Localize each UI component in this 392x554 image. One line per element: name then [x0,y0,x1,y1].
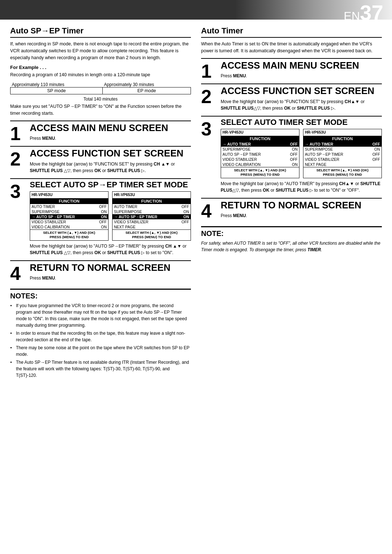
row-label: VIDEO STABILIZER [30,219,94,224]
right-step-number-1: 1 [201,62,217,82]
row-value [366,162,381,167]
note-section: NOTE: For safety, when AUTO TIMER is set… [201,226,382,253]
for-example-label: For Example . . . [10,65,191,70]
right-step-1-body: Press MENU. [221,73,382,79]
left-step-3: 3 SELECT AUTO SP→EP TIMER SET MODE HR-VP… [10,178,191,258]
func-table-left-2: HR-VP653U FUNCTION AUTO TIMER OFF SUPERI… [112,191,191,241]
table-row: SUPERIMPOSE ON [303,147,381,152]
row-value: OFF [283,157,299,162]
table-row: VIDEO STABILIZER OFF [113,219,191,224]
table-row: SUPERIMPOSE ON [113,209,191,214]
row-value: ON [366,147,381,152]
right-func-title-2: FUNCTION [303,136,381,142]
row-value: ON [176,214,191,219]
step-3-content: SELECT AUTO SP→EP TIMER SET MODE HR-VP45… [30,180,191,258]
list-item: There may be some noise at the point on … [10,345,191,358]
right-step-2: 2 ACCESS FUNCTION SET SCREEN Move the hi… [201,83,382,114]
row-value: ON [94,209,108,214]
right-func-table-data-1: → AUTO TIMER OFF SUPERIMPOSE ON AUTO SP→… [221,142,299,167]
en-label: EN [344,9,360,23]
row-label: AUTO SP→EP TIMER [303,152,366,157]
right-model1-label: HR-VP453U [221,129,299,135]
total-row: Total 140 minutes [10,97,191,102]
right-step-2-content: ACCESS FUNCTION SET SCREEN Move the high… [221,86,382,114]
step-1-heading: ACCESS MAIN MENU SCREEN [30,123,191,133]
table-row: SUPERIMPOSE ON [221,147,299,152]
table-row: VIDEO STABILIZER OFF [221,157,299,162]
row-value: OFF [176,219,191,224]
for-example-body: Recording a program of 140 minutes in le… [10,72,191,78]
row-value [176,224,191,229]
func-title-left-2: FUNCTION [113,198,191,204]
step-1-content: ACCESS MAIN MENU SCREEN Press MENU. [30,123,191,144]
right-intro: When the Auto Timer is set to ON the tim… [201,41,382,54]
table-row-highlighted: → AUTO SP→EP TIMER ON [113,214,191,219]
step-4-content: RETURN TO NORMAL SCREEN Press MENU. [30,262,191,284]
row-label: → AUTO TIMER [221,142,283,147]
left-section-title: Auto SP→EP Timer [10,26,191,38]
row-label: SUPERIMPOSE [113,209,176,214]
row-value: ON [176,209,191,214]
row-value: OFF [94,219,108,224]
row-label: NEXT PAGE [113,224,176,229]
right-step-3-content: SELECT AUTO TIMER SET MODE HR-VP453U FUN… [221,118,382,196]
step-2-content: ACCESS FUNCTION SET SCREEN Move the high… [30,148,191,176]
right-func-title-1: FUNCTION [221,136,299,142]
col1-header: Approximately 110 minutes [11,82,103,87]
right-step-4-body: Press MENU. [221,212,382,219]
row-label: SUPERIMPOSE [221,147,283,152]
table-row: VIDEO CALIBRATION ON [30,224,108,229]
right-step-3: 3 SELECT AUTO TIMER SET MODE HR-VP453U F… [201,116,382,196]
func-table-data-1: AUTO TIMER OFF SUPERIMPOSE ON → AUTO SP→… [30,204,108,229]
func-table-right-1: HR-VP453U FUNCTION → AUTO TIMER OFF SUPE… [221,129,299,178]
right-func-table-data-2: → AUTO TIMER OFF SUPERIMPOSE ON AUTO SP→… [303,142,381,167]
row-label: → AUTO TIMER [303,142,366,147]
table-row-highlighted: → AUTO TIMER OFF [221,142,299,147]
func-table-left-1: HR-VP453U FUNCTION AUTO TIMER OFF SUPERI… [30,191,109,241]
table-row: AUTO SP→EP TIMER OFF [303,152,381,157]
row-value: OFF [283,142,299,147]
left-intro: If, when recording in SP mode, there is … [10,41,191,61]
func-tables-left: HR-VP453U FUNCTION AUTO TIMER OFF SUPERI… [30,191,191,241]
main-content: Auto SP→EP Timer If, when recording in S… [0,20,392,387]
right-func-footer-1: SELECT WITH (▲, ▼) AND (OK)PRESS (MENU) … [221,167,299,178]
row-value: OFF [366,152,381,157]
func-table-data-2: AUTO TIMER OFF SUPERIMPOSE ON → AUTO SP→… [113,204,191,229]
table-row: VIDEO CALIBRATION ON [221,162,299,167]
row-label: VIDEO STABILIZER [303,157,366,162]
note-title: NOTE: [201,229,382,238]
list-item: If you have programmed the VCR to timer-… [10,302,191,329]
row-label: SUPERIMPOSE [30,209,94,214]
func-footer-2: SELECT WITH (▲, ▼) AND (OK)PRESS (MENU) … [113,229,191,240]
row-value: OFF [283,152,299,157]
row-value: ON [94,224,108,229]
right-section-title: Auto Timer [201,26,382,38]
header-bar: EN37 [0,0,392,20]
step-3-heading: SELECT AUTO SP→EP TIMER SET MODE [30,180,191,189]
table-row: NEXT PAGE [113,224,191,229]
row-value: OFF [94,204,108,209]
right-step-3-body: Move the highlight bar (arrow) to "AUTO … [221,180,382,194]
func-table-right-2: HR-VP653U FUNCTION → AUTO TIMER OFF SUPE… [303,129,382,178]
table-row: AUTO SP→EP TIMER OFF [221,152,299,157]
left-step-2: 2 ACCESS FUNCTION SET SCREEN Move the hi… [10,146,191,176]
func-title-left-1: FUNCTION [30,198,108,204]
table-row: SUPERIMPOSE ON [30,209,108,214]
col1-value: SP mode [11,87,103,94]
model1-label: HR-VP453U [30,192,108,197]
right-model2-label: HR-VP653U [303,129,381,135]
col2-value: EP mode [103,87,191,94]
step-number-3: 3 [10,182,26,258]
row-value: OFF [366,157,381,162]
right-step-4-heading: RETURN TO NORMAL SCREEN [221,200,382,211]
page-number: EN37 [344,2,383,23]
row-value: ON [94,214,108,219]
right-step-2-heading: ACCESS FUNCTION SET SCREEN [221,86,382,96]
right-step-1: 1 ACCESS MAIN MENU SCREEN Press MENU. [201,58,382,82]
row-label: → AUTO SP→EP TIMER [113,214,176,219]
right-step-number-4: 4 [201,201,217,221]
step-1-body: Press MENU. [30,135,191,142]
step-number-4: 4 [10,264,26,284]
table-row: VIDEO STABILIZER OFF [30,219,108,224]
table-row: VIDEO STABILIZER OFF [303,157,381,162]
